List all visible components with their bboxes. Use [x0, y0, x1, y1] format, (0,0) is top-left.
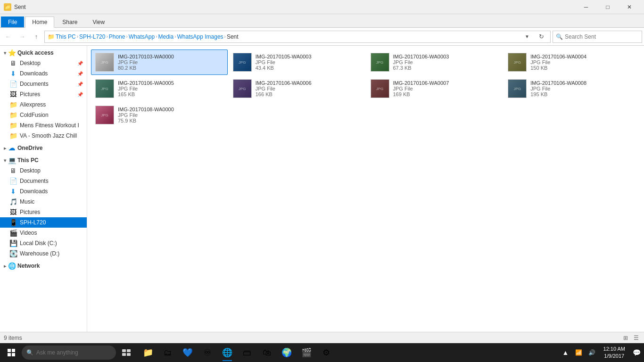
- taskbar-edge[interactable]: 🌍: [277, 343, 296, 362]
- sidebar-item-documents-pc[interactable]: 📄 Documents: [0, 176, 87, 186]
- file-item[interactable]: JPG IMG-20170108-WA0000 JPG File 75.9 KB: [91, 102, 228, 128]
- file-name: IMG-20170105-WA0003: [256, 54, 361, 59]
- sidebar-section-quick-access[interactable]: ▾ ⭐ Quick access: [0, 48, 87, 58]
- close-button[interactable]: ✕: [619, 0, 640, 14]
- file-info: IMG-20170108-WA0000 JPG File 75.9 KB: [118, 107, 223, 123]
- tab-home[interactable]: Home: [25, 16, 54, 28]
- main-content: ▾ ⭐ Quick access 🖥 Desktop 📌 ⬇ Downloads…: [0, 46, 644, 332]
- file-item[interactable]: JPG IMG-20170106-WA0008 JPG File 195 KB: [504, 76, 640, 101]
- search-input[interactable]: [565, 33, 639, 40]
- file-thumbnail: JPG: [508, 79, 527, 98]
- file-size: 165 KB: [118, 91, 223, 97]
- taskbar-app-1[interactable]: 🗂: [158, 343, 177, 362]
- breadcrumb-media[interactable]: Media: [158, 33, 174, 40]
- sidebar-item-smooth-jazz[interactable]: 📁 VA - Smooth Jazz Chill: [0, 131, 87, 141]
- sidebar-item-videos[interactable]: 🎬 Videos: [0, 228, 87, 238]
- file-item[interactable]: JPG IMG-20170106-WA0005 JPG File 165 KB: [91, 76, 228, 101]
- taskbar-search-input[interactable]: [36, 349, 98, 356]
- svg-rect-5: [127, 349, 131, 352]
- taskbar-store[interactable]: 🛍: [257, 343, 276, 362]
- sidebar-item-mens-fitness[interactable]: 📁 Mens Fitness Workout I: [0, 120, 87, 131]
- up-button[interactable]: ↑: [30, 31, 42, 43]
- pictures-icon-2: 🖼: [9, 208, 17, 216]
- downloads-icon-2: ⬇: [9, 188, 17, 195]
- svg-rect-7: [127, 353, 131, 356]
- task-view-button[interactable]: [117, 343, 136, 362]
- large-icons-view-button[interactable]: ⊞: [621, 334, 630, 342]
- sidebar-item-desktop-quick[interactable]: 🖥 Desktop 📌: [0, 58, 87, 68]
- sidebar-item-pictures-pc[interactable]: 🖼 Pictures: [0, 207, 87, 217]
- tab-file[interactable]: File: [1, 16, 24, 27]
- pin-icon-3: 📌: [77, 82, 83, 87]
- sidebar-item-desktop-pc[interactable]: 🖥 Desktop: [0, 165, 87, 176]
- sidebar-item-coldfusion[interactable]: 📁 ColdFusion: [0, 110, 87, 120]
- breadcrumb-dropdown[interactable]: ▼: [521, 31, 533, 43]
- start-button[interactable]: [2, 343, 21, 362]
- breadcrumb-phone[interactable]: Phone: [109, 33, 125, 40]
- breadcrumb-folder-icon: 📁: [48, 33, 55, 40]
- sidebar-item-documents-quick[interactable]: 📄 Documents 📌: [0, 79, 87, 89]
- breadcrumb-whatsapp[interactable]: WhatsApp: [129, 33, 155, 40]
- sidebar-item-warehouse[interactable]: 💽 Warehouse (D:): [0, 248, 87, 259]
- file-type: JPG File: [530, 86, 636, 91]
- status-bar: 9 items ⊞ ☰: [0, 332, 644, 343]
- sidebar-item-downloads-pc[interactable]: ⬇ Downloads: [0, 186, 87, 197]
- file-size: 169 KB: [393, 91, 499, 97]
- taskbar-chrome[interactable]: 🌐: [218, 343, 237, 362]
- taskbar-file-manager[interactable]: 🗃: [238, 343, 256, 362]
- notification-icon[interactable]: 💬: [631, 343, 642, 362]
- sidebar-item-pictures-quick[interactable]: 🖼 Pictures 📌: [0, 89, 87, 99]
- sidebar-item-downloads-quick[interactable]: ⬇ Downloads 📌: [0, 68, 87, 79]
- breadcrumb[interactable]: 📁 This PC › SPH-L720 › Phone › WhatsApp …: [44, 31, 551, 43]
- sidebar-item-local-disk[interactable]: 💾 Local Disk (C:): [0, 238, 87, 248]
- file-type: JPG File: [256, 86, 361, 91]
- file-item[interactable]: JPG IMG-20170103-WA0000 JPG File 80.2 KB: [91, 49, 228, 75]
- network-status-icon[interactable]: 📶: [573, 343, 585, 362]
- file-item[interactable]: JPG IMG-20170106-WA0003 JPG File 67.3 KB: [366, 49, 503, 75]
- taskbar-explorer-button[interactable]: 📁: [139, 343, 157, 362]
- forward-button[interactable]: →: [16, 31, 28, 43]
- maximize-button[interactable]: □: [597, 0, 619, 14]
- music-icon: 🎵: [9, 198, 17, 206]
- taskbar-right: ▲ 📶 🔊 12:10 AM 1/9/2017 💬: [560, 343, 642, 362]
- minimize-button[interactable]: ─: [575, 0, 597, 14]
- file-item[interactable]: JPG IMG-20170106-WA0006 JPG File 166 KB: [229, 76, 365, 101]
- file-item[interactable]: JPG IMG-20170105-WA0003 JPG File 43.4 KB: [229, 49, 365, 75]
- file-info: IMG-20170106-WA0004 JPG File 150 KB: [530, 54, 636, 71]
- title-bar: 📁 Sent ─ □ ✕: [0, 0, 644, 14]
- file-item[interactable]: JPG IMG-20170106-WA0004 JPG File 150 KB: [504, 49, 640, 75]
- breadcrumb-this-pc[interactable]: This PC: [56, 33, 76, 40]
- system-clock[interactable]: 12:10 AM 1/9/2017: [600, 346, 629, 360]
- system-tray-expand[interactable]: ▲: [560, 343, 571, 362]
- sidebar-section-this-pc[interactable]: ▾ 💻 This PC: [0, 155, 87, 165]
- sidebar-item-music[interactable]: 🎵 Music: [0, 197, 87, 207]
- file-item[interactable]: JPG IMG-20170106-WA0007 JPG File 169 KB: [366, 76, 503, 101]
- refresh-button[interactable]: ↻: [535, 31, 547, 43]
- pictures-icon-1: 🖼: [9, 90, 17, 98]
- taskbar-search[interactable]: 🔍: [22, 346, 116, 360]
- back-button[interactable]: ←: [2, 31, 14, 43]
- sidebar-item-aliexpress[interactable]: 📁 Aliexpress: [0, 99, 87, 110]
- file-info: IMG-20170106-WA0008 JPG File 195 KB: [530, 80, 636, 97]
- volume-icon[interactable]: 🔊: [586, 343, 598, 362]
- file-name: IMG-20170106-WA0003: [393, 54, 499, 59]
- details-view-button[interactable]: ☰: [632, 334, 640, 342]
- sidebar-section-network[interactable]: ▸ 🌐 Network: [0, 261, 87, 271]
- breadcrumb-sph[interactable]: SPH-L720: [79, 33, 105, 40]
- pin-icon: 📌: [77, 61, 83, 66]
- sidebar-section-onedrive[interactable]: ▸ ☁ OneDrive: [0, 143, 87, 153]
- address-bar: ← → ↑ 📁 This PC › SPH-L720 › Phone › Wha…: [0, 28, 644, 46]
- search-box[interactable]: 🔍: [553, 31, 642, 43]
- tab-view[interactable]: View: [85, 16, 112, 27]
- downloads-icon-1: ⬇: [9, 70, 17, 77]
- svg-rect-3: [12, 353, 15, 356]
- taskbar-app-2[interactable]: ⚙: [317, 343, 336, 362]
- taskbar: 🔍 📁 🗂 💙 ♾ 🌐 🗃 🛍 🌍 🎬 ⚙ ▲ 📶 🔊 12:10 AM 1/9…: [0, 343, 644, 362]
- taskbar-arduino[interactable]: ♾: [198, 343, 217, 362]
- onedrive-icon: ☁: [8, 144, 16, 152]
- breadcrumb-images[interactable]: WhatsApp Images: [177, 33, 223, 40]
- sidebar-item-sph[interactable]: 📱 SPH-L720: [0, 217, 87, 228]
- taskbar-movies[interactable]: 🎬: [297, 343, 316, 362]
- taskbar-skype[interactable]: 💙: [178, 343, 197, 362]
- tab-share[interactable]: Share: [55, 16, 84, 27]
